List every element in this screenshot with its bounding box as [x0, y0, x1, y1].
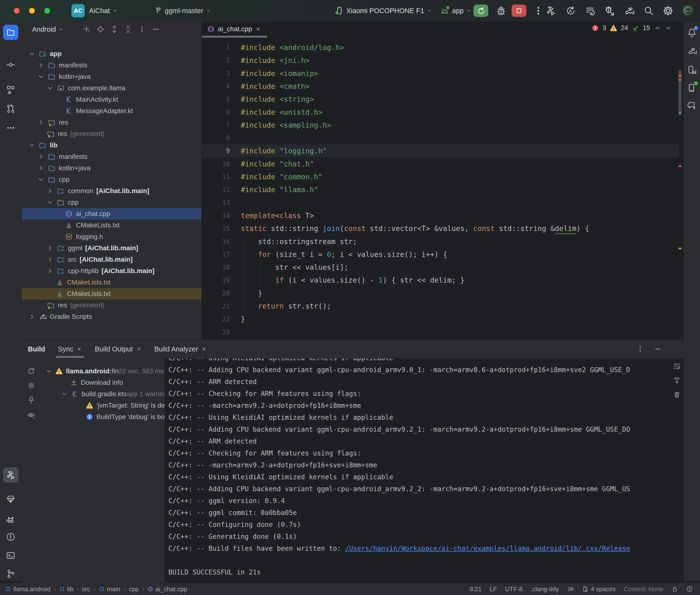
tree-item-logging-h[interactable]: logging.h: [22, 231, 201, 243]
tree-item-res[interactable]: res(generated): [22, 128, 201, 140]
search-icon[interactable]: [643, 5, 654, 16]
tool-strip-structure[interactable]: [3, 82, 18, 97]
tree-item-lib[interactable]: lib: [22, 140, 201, 151]
status-lf[interactable]: LF: [490, 586, 497, 593]
status-error-outline[interactable]: [686, 586, 693, 592]
tree-item-gradle-scripts[interactable]: Gradle Scripts: [22, 311, 201, 322]
tree-item-cmakelists-txt[interactable]: CMakeLists.txt: [22, 288, 201, 300]
status-unlock[interactable]: [671, 586, 678, 592]
tree-item-ai-chat-cpp[interactable]: ai_chat.cpp: [22, 208, 201, 220]
tool-strip-running-devices[interactable]: [685, 81, 699, 95]
editor-tab-ai-chat-cpp[interactable]: ai_chat.cpp: [202, 22, 267, 37]
status-utf-8[interactable]: UTF-8: [505, 586, 523, 593]
tree-item-app[interactable]: app: [22, 48, 201, 59]
tree-item-cpp-httplib[interactable]: cpp-httplib[AiChat.lib.main]: [22, 265, 201, 277]
tree-item-com-example-llama[interactable]: com.example.llama: [22, 82, 201, 94]
locate-icon[interactable]: [96, 25, 105, 33]
close-icon[interactable]: [255, 26, 261, 32]
tool-strip-notifications[interactable]: [685, 26, 699, 39]
status-9-21[interactable]: 9:21: [470, 586, 482, 593]
tool-strip-project-folder[interactable]: [3, 25, 18, 40]
soft-wrap-icon[interactable]: [673, 362, 681, 370]
tree-item-ggml[interactable]: ggml[AiChat.lib.main]: [22, 243, 201, 254]
editor-error-stripe[interactable]: [678, 37, 682, 339]
project-view-selector[interactable]: Android: [32, 26, 63, 33]
breadcrumb-src[interactable]: src: [82, 586, 90, 593]
collapse-all-icon[interactable]: [124, 25, 132, 33]
tree-item-common[interactable]: common[AiChat.lib.main]: [22, 185, 201, 197]
tool-strip-quality-insights[interactable]: [3, 492, 18, 507]
tree-item-src[interactable]: src[AiChat.lib.main]: [22, 254, 201, 265]
more-vertical-icon[interactable]: [138, 25, 146, 33]
build-tab-build-analyzer[interactable]: Build Analyzer: [155, 340, 207, 358]
code-area[interactable]: 1#include <android/log.h>2#include <jni.…: [202, 37, 683, 339]
tree-item-cmakelists-txt[interactable]: CMakeLists.txt: [22, 220, 201, 231]
tree-item-mainactivity-kt[interactable]: MainActivity.kt: [22, 94, 201, 105]
tree-item-res[interactable]: res(generated): [22, 300, 201, 311]
tree-item-res[interactable]: res: [22, 117, 201, 128]
stop-button[interactable]: [512, 4, 526, 17]
tree-item-manifests[interactable]: manifests: [22, 59, 201, 71]
build-hammer-icon[interactable]: [545, 5, 556, 16]
rerun-button[interactable]: [474, 4, 488, 17]
tree-item-kotlin-java[interactable]: kotlin+java: [22, 71, 201, 82]
project-selector[interactable]: AiChat: [89, 0, 117, 22]
breadcrumb-cpp[interactable]: cpp: [129, 586, 139, 593]
tree-item-cmakelists-txt[interactable]: CMakeLists.txt: [22, 277, 201, 288]
hide-icon[interactable]: [152, 25, 160, 33]
filter-eye-icon[interactable]: [27, 411, 35, 419]
more-vertical-icon[interactable]: [636, 345, 644, 353]
gradle-sync-icon[interactable]: [624, 5, 634, 16]
attach-debugger-icon[interactable]: [604, 5, 615, 16]
refresh-icon[interactable]: [27, 366, 35, 375]
status-context-none[interactable]: Context: None: [624, 586, 663, 593]
build-tab-build-output[interactable]: Build Output: [95, 340, 141, 358]
tool-strip-version-control[interactable]: [3, 566, 18, 582]
avatar[interactable]: [682, 5, 694, 17]
vcs-branch-selector[interactable]: ggml-master: [155, 0, 211, 22]
window-close-button[interactable]: [14, 8, 20, 13]
tool-strip-pull-requests[interactable]: [3, 101, 18, 116]
scroll-end-icon[interactable]: [673, 376, 681, 385]
build-tree-item[interactable]: Download info: [41, 377, 165, 388]
pin-icon[interactable]: [27, 396, 35, 404]
status--clang-tidy[interactable]: .clang-tidy: [531, 586, 559, 593]
tree-item-cpp[interactable]: cpp: [22, 197, 201, 208]
breadcrumb-ai-chat-cpp[interactable]: ai_chat.cpp: [147, 586, 187, 593]
inspections-widget[interactable]: 3 24 15: [592, 24, 672, 32]
hide-panel-icon[interactable]: [654, 345, 662, 353]
console-link[interactable]: /Users/hanyin/Workspace/ai-chat/examples…: [345, 544, 630, 552]
close-icon[interactable]: [77, 346, 82, 352]
tool-strip-commit[interactable]: [3, 57, 18, 73]
add-icon[interactable]: [83, 25, 91, 33]
run-list-icon[interactable]: [585, 5, 595, 16]
build-tree-item[interactable]: llama.android: fin 22 sec, 583 ms: [41, 366, 165, 377]
run-configuration-selector[interactable]: app: [440, 0, 471, 22]
build-tree-item[interactable]: 'jvmTarget: String' is deprecated: [41, 400, 165, 411]
tree-item-manifests[interactable]: manifests: [22, 151, 201, 162]
settings-icon[interactable]: [663, 5, 673, 16]
tool-strip-logcat[interactable]: [3, 512, 18, 527]
close-icon[interactable]: [201, 346, 206, 352]
more-actions-menu[interactable]: [533, 5, 543, 16]
tree-item-messageadapter-kt[interactable]: MessageAdapter.kt: [22, 105, 201, 117]
clear-icon[interactable]: [673, 391, 681, 399]
breadcrumb-llama-android[interactable]: llama.android: [5, 586, 51, 593]
tool-strip-gemini-chat[interactable]: [685, 99, 699, 113]
build-tab-sync[interactable]: Sync: [58, 340, 82, 358]
tool-strip-gradle[interactable]: [685, 44, 699, 58]
tool-strip-device-manager[interactable]: [685, 63, 699, 77]
sync-a-icon[interactable]: A: [565, 5, 576, 16]
stop-square-icon[interactable]: [27, 381, 35, 390]
build-tree-item[interactable]: BuildType 'debug' is both debuggable: [41, 411, 165, 423]
next-issue-icon[interactable]: [665, 25, 672, 32]
status-formatter[interactable]: [567, 586, 574, 592]
close-icon[interactable]: [136, 346, 141, 352]
tool-strip-build-hammer[interactable]: [3, 468, 18, 483]
breadcrumb-main[interactable]: main: [99, 586, 120, 593]
tool-strip-problems[interactable]: [3, 529, 18, 544]
expand-all-icon[interactable]: [110, 25, 118, 33]
prev-issue-icon[interactable]: [654, 25, 661, 32]
tool-strip-terminal[interactable]: [3, 548, 18, 563]
window-minimize-button[interactable]: [29, 8, 35, 13]
